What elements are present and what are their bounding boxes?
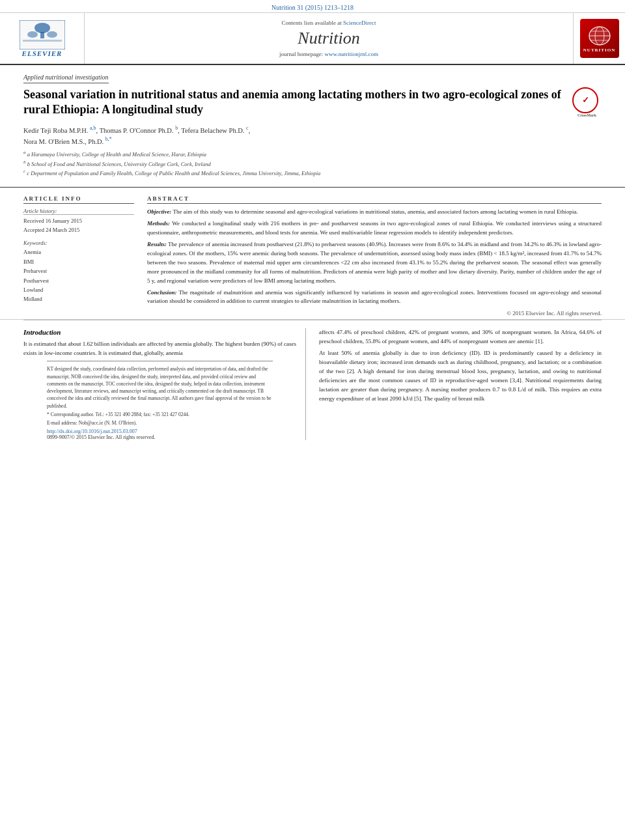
keyword-1: Anemia xyxy=(23,247,134,257)
article-info-column: ARTICLE INFO Article history: Received 1… xyxy=(23,195,134,319)
introduction-right-column: affects 47.4% of preschool children, 42%… xyxy=(319,328,602,440)
nutrition-badge: NUTRITION xyxy=(580,19,619,58)
elsevier-brand-text: ELSEVIER xyxy=(22,49,62,57)
crossmark-badge[interactable]: ✓ CrossMark xyxy=(572,87,602,117)
doi-link[interactable]: http://dx.doi.org/10.1016/j.nut.2015.03.… xyxy=(47,428,273,434)
footnote-3: E-mail address: Nob@ucc.ie (N. M. O'Brie… xyxy=(47,419,273,427)
sciencedirect-link[interactable]: ScienceDirect xyxy=(343,20,376,26)
svg-rect-5 xyxy=(23,40,62,42)
copyright-text: © 2015 Elsevier Inc. All rights reserved… xyxy=(147,310,602,316)
issn-text: 0899-9007/© 2015 Elsevier Inc. All right… xyxy=(47,434,273,440)
article-info-header: ARTICLE INFO xyxy=(23,195,134,204)
abstract-objective: Objective: The aim of this study was to … xyxy=(147,208,602,217)
homepage-link[interactable]: www.nutritionjrnl.com xyxy=(325,51,378,57)
introduction-right-text-2: At least 50% of anemia globally is due t… xyxy=(319,349,602,404)
page-wrapper: Nutrition 31 (2015) 1213–1218 ELSEVIER xyxy=(0,0,625,840)
keyword-4: Postharvest xyxy=(23,276,134,285)
journal-title: Nutrition xyxy=(298,29,359,48)
elsevier-tree-icon xyxy=(20,20,65,49)
introduction-section: Introduction It is estimated that about … xyxy=(0,320,625,448)
abstract-methods: Methods: We conducted a longitudinal stu… xyxy=(147,219,602,238)
footnotes-section: KT designed the study, coordinated data … xyxy=(47,361,273,440)
svg-point-1 xyxy=(35,23,50,33)
footnote-1: KT designed the study, coordinated data … xyxy=(47,365,273,410)
svg-point-3 xyxy=(27,31,38,38)
keywords-section: Keywords: Anemia BMI Preharvest Postharv… xyxy=(23,240,134,304)
journal-header: ELSEVIER Contents lists available at Sci… xyxy=(0,13,625,65)
introduction-title: Introduction xyxy=(23,328,296,336)
accepted-date: Accepted 24 March 2015 xyxy=(23,226,134,235)
journal-name-section: Contents lists available at ScienceDirec… xyxy=(85,13,573,64)
keyword-2: BMI xyxy=(23,257,134,266)
article-type-label: Applied nutritional investigation xyxy=(23,74,109,83)
homepage-text: journal homepage: www.nutritionjrnl.com xyxy=(279,51,378,57)
crossmark-icon: ✓ xyxy=(572,87,598,113)
svg-point-4 xyxy=(47,31,57,38)
introduction-right-text-1: affects 47.4% of preschool children, 42%… xyxy=(319,328,602,346)
article-info-abstract-section: ARTICLE INFO Article history: Received 1… xyxy=(0,188,625,320)
keyword-5: Lowland xyxy=(23,285,134,294)
elsevier-logo-section: ELSEVIER xyxy=(0,13,85,64)
footnote-2: * Corresponding author. Tel.: +35 321 49… xyxy=(47,411,273,418)
abstract-results: Results: The prevalence of anemia increa… xyxy=(147,240,602,286)
journal-citation-header: Nutrition 31 (2015) 1213–1218 xyxy=(0,0,625,13)
nutrition-badge-label: NUTRITION xyxy=(583,48,615,53)
abstract-conclusion: Conclusion: The magnitude of malnutritio… xyxy=(147,288,602,307)
abstract-header: ABSTRACT xyxy=(147,195,602,204)
article-header-section: Applied nutritional investigation Season… xyxy=(0,65,625,188)
keywords-label: Keywords: xyxy=(23,240,134,246)
introduction-left-column: Introduction It is estimated that about … xyxy=(23,328,306,440)
received-date: Received 16 January 2015 xyxy=(23,217,134,226)
contents-available-text: Contents lists available at ScienceDirec… xyxy=(282,20,376,26)
svg-rect-2 xyxy=(40,32,44,38)
nutrition-badge-section: NUTRITION xyxy=(573,13,625,64)
citation-text: Nutrition 31 (2015) 1213–1218 xyxy=(271,4,354,11)
crossmark-label: CrossMark xyxy=(572,113,602,119)
keyword-6: Midland xyxy=(23,294,134,303)
nutrition-globe-icon xyxy=(587,25,613,48)
abstract-column: ABSTRACT Objective: The aim of this stud… xyxy=(147,195,602,319)
authors-line: Kedir Teji Roba M.P.H. a,b, Thomas P. O'… xyxy=(23,124,602,147)
introduction-left-text: It is estimated that about 1.62 billion … xyxy=(23,340,296,358)
elsevier-logo: ELSEVIER xyxy=(20,20,65,57)
article-title: Seasonal variation in nutritional status… xyxy=(23,87,602,118)
keyword-3: Preharvest xyxy=(23,266,134,275)
article-history-label: Article history: xyxy=(23,208,134,215)
affiliations: a a Haramaya University, College of Heal… xyxy=(23,149,602,178)
